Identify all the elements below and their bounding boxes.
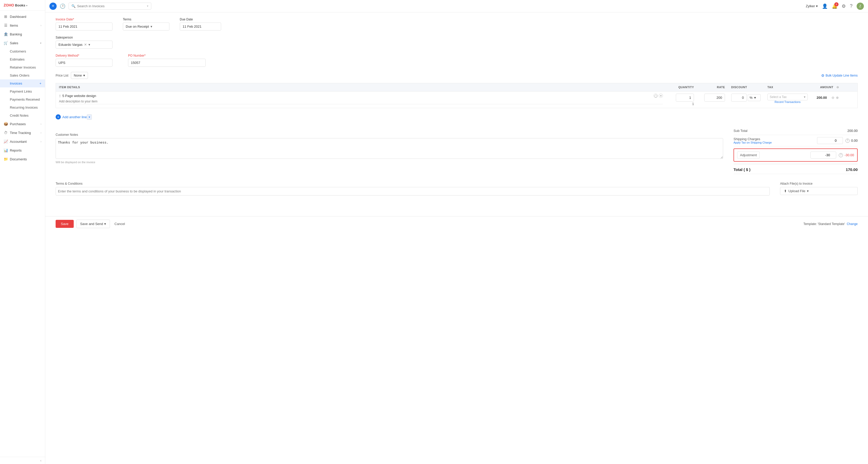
- add-invoice-button[interactable]: +: [39, 82, 41, 85]
- discount-input[interactable]: [731, 94, 747, 102]
- notifications-icon[interactable]: 🔔 5: [832, 3, 837, 9]
- add-line-button[interactable]: + Add another line: [56, 112, 87, 122]
- chevron-down-icon: ▾: [40, 42, 41, 44]
- po-number-input[interactable]: [128, 59, 206, 67]
- help-icon[interactable]: ?: [850, 3, 852, 9]
- sidebar-item-customers[interactable]: Customers: [0, 47, 45, 55]
- purchases-icon: 📦: [4, 122, 8, 126]
- sidebar-item-documents[interactable]: 📁 Documents: [0, 155, 45, 163]
- chevron-down-icon: ▾: [754, 96, 756, 100]
- topbar: + 🕑 🔍 ▾ Zylker ▾ 👤 🔔 5 ⚙ ? Z: [45, 0, 868, 12]
- tax-select[interactable]: Select a Tax ▾: [767, 94, 808, 100]
- terms-attach-section: Terms & Conditions Attach File(s) to Inv…: [56, 182, 858, 195]
- sidebar-item-credit-notes[interactable]: Credit Notes: [0, 112, 45, 120]
- invoice-date-group: Invoice Date*: [56, 18, 113, 31]
- remove-line-icon[interactable]: ⊖: [832, 96, 834, 100]
- search-bar[interactable]: 🔍 ▾: [68, 3, 151, 9]
- sidebar-item-dashboard[interactable]: ⊞ Dashboard: [0, 12, 45, 21]
- rate-input[interactable]: [704, 94, 725, 102]
- quantity-display: 1: [692, 102, 694, 106]
- sidebar-item-accountant[interactable]: 📈 Accountant ›: [0, 137, 45, 146]
- content-area: Invoice Date* Terms Due on Receipt ▾ Due…: [45, 12, 868, 464]
- sidebar-item-recurring-invoices[interactable]: Recurring Invoices: [0, 103, 45, 112]
- sidebar-item-estimates[interactable]: Estimates: [0, 55, 45, 63]
- user-menu[interactable]: Zylker ▾: [806, 4, 818, 8]
- quantity-input[interactable]: [676, 94, 694, 102]
- salesperson-label: Salesperson: [56, 36, 113, 39]
- banking-icon: 🏦: [4, 32, 8, 36]
- customer-notes-input[interactable]: Thanks for your business.: [56, 138, 723, 159]
- user-avatar[interactable]: Z: [857, 3, 864, 10]
- terms-select[interactable]: Due on Receipt ▾: [123, 23, 169, 31]
- sidebar-item-payments-received[interactable]: Payments Received: [0, 95, 45, 103]
- shipping-help-icon[interactable]: ?: [845, 138, 850, 143]
- item-description-input[interactable]: [59, 99, 663, 104]
- sidebar-item-invoices[interactable]: Invoices +: [0, 80, 45, 87]
- topbar-right: Zylker ▾ 👤 🔔 5 ⚙ ? Z: [806, 3, 864, 10]
- sidebar-item-sales[interactable]: 🛒 Sales ▾: [0, 38, 45, 47]
- drag-handle-icon[interactable]: ⣿: [59, 94, 61, 97]
- sidebar-item-label: Time Tracking: [10, 131, 38, 135]
- invoice-date-label: Invoice Date*: [56, 18, 113, 21]
- add-line-icon[interactable]: ⊕: [836, 96, 839, 100]
- upload-file-button[interactable]: ⬆ Upload File ▾: [780, 187, 858, 195]
- sidebar-item-reports[interactable]: 📊 Reports: [0, 146, 45, 155]
- settings-icon[interactable]: ⚙: [842, 3, 846, 9]
- settings-circle-icon: ⚙: [821, 73, 825, 78]
- quantity-cell: 1: [666, 92, 697, 108]
- invoice-date-input[interactable]: [56, 23, 113, 31]
- adjustment-help-icon[interactable]: ?: [839, 153, 843, 157]
- save-send-button[interactable]: Save and Send ▾: [76, 220, 110, 228]
- history-icon[interactable]: 🕑: [60, 3, 65, 9]
- recent-transactions-link[interactable]: Recent Transactions: [767, 100, 808, 103]
- customer-notes-section: Customer Notes Thanks for your business.…: [56, 127, 723, 164]
- sidebar-item-retainer-invoices[interactable]: Retainer Invoices: [0, 63, 45, 71]
- terms-section: Terms & Conditions: [56, 182, 770, 195]
- change-template-link[interactable]: Change: [847, 222, 858, 226]
- price-list-select[interactable]: None ▾: [71, 72, 88, 79]
- apply-tax-link[interactable]: Apply Tax on Shipping Charge: [734, 141, 772, 144]
- sidebar-item-payment-links[interactable]: Payment Links: [0, 87, 45, 95]
- rate-cell: [697, 92, 728, 104]
- th-tax: TAX: [764, 83, 811, 91]
- th-amount: AMOUNT ⊖: [811, 83, 842, 91]
- add-button[interactable]: +: [50, 3, 57, 10]
- sidebar-item-banking[interactable]: 🏦 Banking: [0, 30, 45, 38]
- cancel-button[interactable]: Cancel: [113, 220, 127, 228]
- sidebar-item-items[interactable]: ☰ Items ›: [0, 21, 45, 30]
- sidebar-item-purchases[interactable]: 📦 Purchases ›: [0, 120, 45, 128]
- remove-column-icon[interactable]: ⊖: [836, 86, 839, 89]
- search-filter-icon[interactable]: ▾: [147, 4, 149, 8]
- remove-row-icon[interactable]: ✕: [659, 94, 663, 98]
- due-date-label: Due Date: [180, 18, 221, 21]
- shipping-input[interactable]: [817, 137, 843, 144]
- cart-icon: 🛒: [4, 41, 8, 45]
- save-button[interactable]: Save: [56, 220, 74, 228]
- due-date-input[interactable]: [180, 23, 221, 31]
- search-input[interactable]: [77, 4, 145, 8]
- item-details-cell: ⣿ 5 Page website design ◯ ✕: [56, 92, 666, 106]
- discount-cell: % ▾: [728, 92, 764, 104]
- th-quantity: QUANTITY: [666, 83, 697, 91]
- sidebar-collapse-button[interactable]: ‹: [0, 457, 45, 464]
- discount-type-select[interactable]: % ▾: [748, 94, 761, 101]
- terms-conditions-input[interactable]: [56, 187, 770, 195]
- adjustment-input-group: ? -30.00: [810, 152, 854, 159]
- table-header: ITEM DETAILS QUANTITY RATE DISCOUNT TAX …: [56, 83, 858, 91]
- sidebar-item-time-tracking[interactable]: ⏱ Time Tracking ›: [0, 128, 45, 137]
- contacts-icon[interactable]: 👤: [822, 3, 828, 9]
- add-line-dropdown-icon[interactable]: ▾: [87, 114, 92, 120]
- salesperson-select[interactable]: Eduardo Vargas ✕ ▾: [56, 41, 113, 49]
- delivery-method-input[interactable]: [56, 59, 113, 67]
- amount-cell: 200.00 ⊖ ⊕: [811, 92, 842, 104]
- bulk-update-button[interactable]: ⚙ Bulk Update Line Items: [821, 73, 858, 78]
- adjustment-input[interactable]: [810, 152, 836, 159]
- sidebar-item-sales-orders[interactable]: Sales Orders: [0, 71, 45, 80]
- attach-section: Attach File(s) to Invoice ⬆ Upload File …: [780, 182, 858, 195]
- sidebar-nav: ⊞ Dashboard ☰ Items › 🏦 Banking 🛒 Sales …: [0, 10, 45, 165]
- copy-row-icon[interactable]: ◯: [654, 94, 658, 98]
- template-info: Template: 'Standard Template' Change: [803, 222, 858, 226]
- clear-salesperson-icon[interactable]: ✕: [84, 43, 87, 47]
- sidebar: ZOHO Books ▾ ⊞ Dashboard ☰ Items › 🏦 Ban…: [0, 0, 45, 464]
- sidebar-item-label: Banking: [10, 32, 41, 36]
